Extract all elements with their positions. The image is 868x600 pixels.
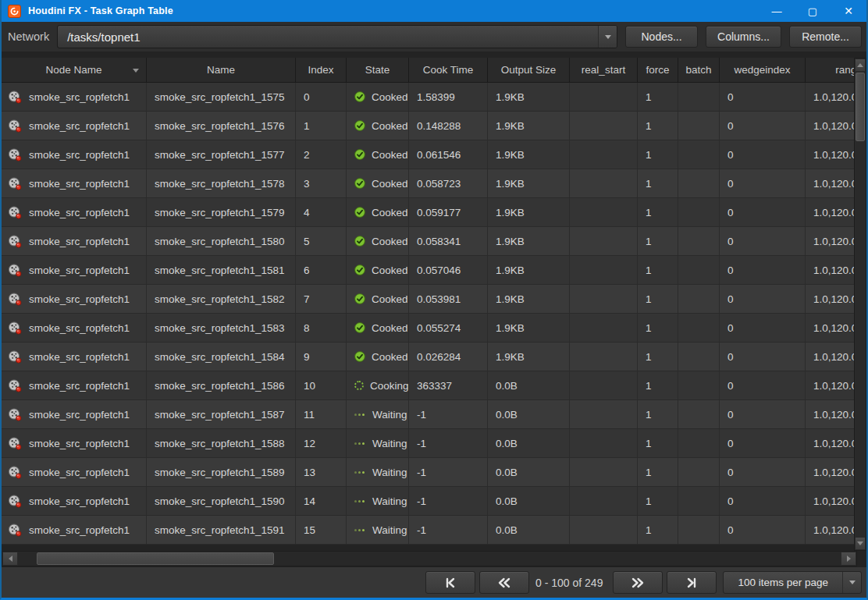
column-header-force[interactable]: force <box>638 58 678 82</box>
task-row[interactable]: smoke_src_ropfetch1smoke_src_ropfetch1_1… <box>2 429 854 458</box>
task-row[interactable]: smoke_src_ropfetch1smoke_src_ropfetch1_1… <box>2 256 854 285</box>
cell-value: smoke_src_ropfetch1 <box>29 293 130 305</box>
column-header-real_start[interactable]: real_start <box>570 58 638 82</box>
minimize-button[interactable]: — <box>759 0 795 22</box>
column-header-cook_time[interactable]: Cook Time <box>409 58 488 82</box>
cell-output_size: 1.9KB <box>488 83 570 111</box>
task-row[interactable]: smoke_src_ropfetch1smoke_src_ropfetch1_1… <box>2 285 854 314</box>
task-row[interactable]: smoke_src_ropfetch1smoke_src_ropfetch1_1… <box>2 314 854 343</box>
items-per-page-select[interactable]: 100 items per page <box>723 571 862 594</box>
column-header-label: batch <box>685 64 711 76</box>
cell-state: Cooked <box>347 256 409 284</box>
cell-output_size: 1.9KB <box>488 112 570 140</box>
column-header-output_size[interactable]: Output Size <box>488 58 570 82</box>
cell-value: 0 <box>727 236 734 247</box>
task-row[interactable]: smoke_src_ropfetch1smoke_src_ropfetch1_1… <box>2 169 854 198</box>
title-bar: Houdini FX - Task Graph Table — ▢ ✕ <box>2 0 866 22</box>
cell-value: 1.9KB <box>496 322 525 334</box>
cell-value: Cooked <box>372 120 408 132</box>
cell-value: 4 <box>304 207 310 218</box>
vertical-scroll-thumb[interactable] <box>856 73 865 141</box>
scroll-down-button[interactable] <box>855 537 866 550</box>
cell-value: 0 <box>727 322 734 334</box>
first-page-button[interactable] <box>425 571 475 594</box>
cell-value: 0 <box>727 495 734 507</box>
task-row[interactable]: smoke_src_ropfetch1smoke_src_ropfetch1_1… <box>2 400 854 429</box>
cell-output_size: 1.9KB <box>488 198 570 226</box>
column-header-wedgeindex[interactable]: wedgeindex <box>720 58 806 82</box>
cell-value: 0.058341 <box>417 236 461 247</box>
task-row[interactable]: smoke_src_ropfetch1smoke_src_ropfetch1_1… <box>2 112 854 140</box>
column-header-name[interactable]: Name <box>147 58 296 82</box>
cell-name: smoke_src_ropfetch1_1579 <box>147 198 296 226</box>
nodes-button[interactable]: Nodes... <box>625 26 698 48</box>
cell-force: 1 <box>638 371 678 399</box>
task-row[interactable]: smoke_src_ropfetch1smoke_src_ropfetch1_1… <box>2 487 854 516</box>
cell-force: 1 <box>638 140 678 169</box>
next-page-button[interactable] <box>613 571 663 594</box>
task-row[interactable]: smoke_src_ropfetch1smoke_src_ropfetch1_1… <box>2 458 854 487</box>
cell-output_size: 0.0B <box>488 487 570 515</box>
cell-state: Waiting <box>347 487 409 515</box>
cell-value: smoke_src_ropfetch1_1588 <box>155 438 285 449</box>
cell-value: 1.9KB <box>496 351 525 363</box>
cell-real_start <box>570 458 638 486</box>
cell-value: smoke_src_ropfetch1_1587 <box>155 409 285 421</box>
maximize-button[interactable]: ▢ <box>795 0 831 22</box>
network-path-dropdown-button[interactable] <box>598 26 617 48</box>
scroll-up-button[interactable] <box>855 59 866 72</box>
cell-force: 1 <box>638 285 678 313</box>
task-row[interactable]: smoke_src_ropfetch1smoke_src_ropfetch1_1… <box>2 198 854 227</box>
cell-value: 1.9KB <box>496 178 525 190</box>
network-path-value[interactable]: /tasks/topnet1 <box>58 26 598 48</box>
cell-range: 1.0,120.0 <box>806 400 854 428</box>
cell-value: 5 <box>304 236 310 247</box>
task-row[interactable]: smoke_src_ropfetch1smoke_src_ropfetch1_1… <box>2 516 854 545</box>
columns-button[interactable]: Columns... <box>706 26 781 48</box>
horizontal-scrollbar[interactable] <box>2 551 857 566</box>
scroll-right-button[interactable] <box>841 552 856 566</box>
column-header-node[interactable]: Node Name <box>2 58 147 82</box>
cell-real_start <box>570 429 638 457</box>
network-path-combo[interactable]: /tasks/topnet1 <box>57 25 617 48</box>
column-header-range[interactable]: range <box>806 58 854 82</box>
cell-state: Cooked <box>347 343 409 371</box>
remote-button[interactable]: Remote... <box>789 26 862 48</box>
column-header-batch[interactable]: batch <box>678 58 720 82</box>
cell-name: smoke_src_ropfetch1_1578 <box>147 169 296 197</box>
horizontal-scroll-track[interactable] <box>18 552 841 566</box>
column-header-state[interactable]: State <box>347 58 409 82</box>
task-row[interactable]: smoke_src_ropfetch1smoke_src_ropfetch1_1… <box>2 83 854 112</box>
vertical-scrollbar[interactable] <box>854 58 866 551</box>
cell-real_start <box>570 227 638 255</box>
task-row[interactable]: smoke_src_ropfetch1smoke_src_ropfetch1_1… <box>2 227 854 256</box>
cell-node: smoke_src_ropfetch1 <box>2 314 147 342</box>
cooked-status-icon <box>354 236 365 247</box>
horizontal-scroll-thumb[interactable] <box>37 552 274 565</box>
cell-value: smoke_src_ropfetch1 <box>29 91 130 103</box>
previous-page-button[interactable] <box>479 571 529 594</box>
cell-cook_time: -1 <box>409 429 488 457</box>
cell-state: Cooked <box>347 83 409 111</box>
scroll-left-button[interactable] <box>2 552 18 566</box>
close-button[interactable]: ✕ <box>831 0 866 22</box>
cell-value: 1 <box>646 380 652 392</box>
cell-value: 10 <box>304 380 315 392</box>
cell-index: 2 <box>296 140 347 169</box>
cell-value: 0.053981 <box>417 293 461 305</box>
task-row[interactable]: smoke_src_ropfetch1smoke_src_ropfetch1_1… <box>2 140 854 169</box>
column-header-index[interactable]: Index <box>296 58 347 82</box>
cell-cook_time: 0.058341 <box>409 227 488 255</box>
cell-value: 0.026284 <box>417 351 461 363</box>
cell-value: 1.0,120.0 <box>813 120 854 132</box>
cell-value: 0.0B <box>496 467 518 478</box>
cell-value: smoke_src_ropfetch1 <box>29 524 130 536</box>
task-row[interactable]: smoke_src_ropfetch1smoke_src_ropfetch1_1… <box>2 371 854 400</box>
ropfetch-node-icon <box>8 321 23 335</box>
vertical-scroll-track[interactable] <box>855 72 866 537</box>
cell-cook_time: 0.058723 <box>409 169 488 197</box>
items-per-page-dropdown-button[interactable] <box>842 572 861 593</box>
task-row[interactable]: smoke_src_ropfetch1smoke_src_ropfetch1_1… <box>2 343 854 371</box>
scrollbar-corner <box>857 551 866 566</box>
last-page-button[interactable] <box>667 571 717 594</box>
